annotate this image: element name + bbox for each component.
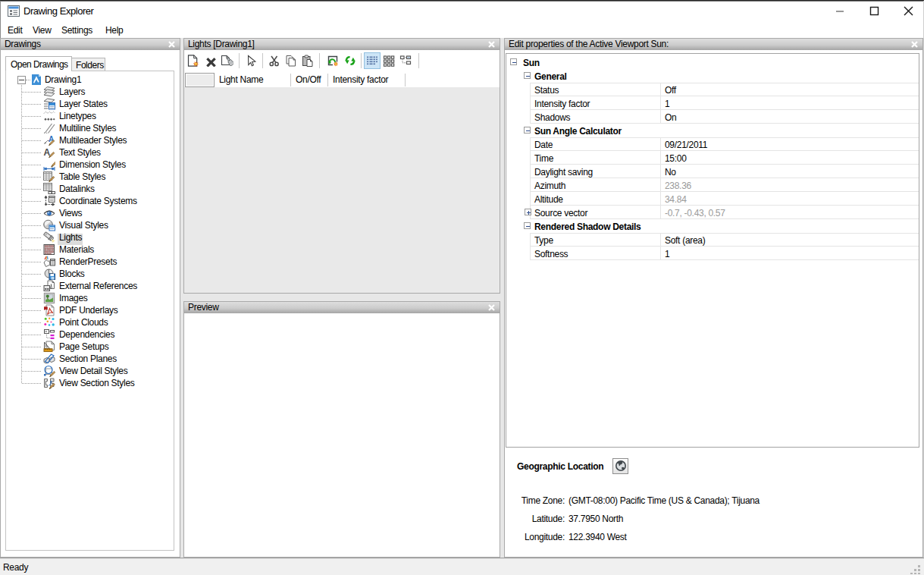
- svg-text:A: A: [44, 147, 51, 158]
